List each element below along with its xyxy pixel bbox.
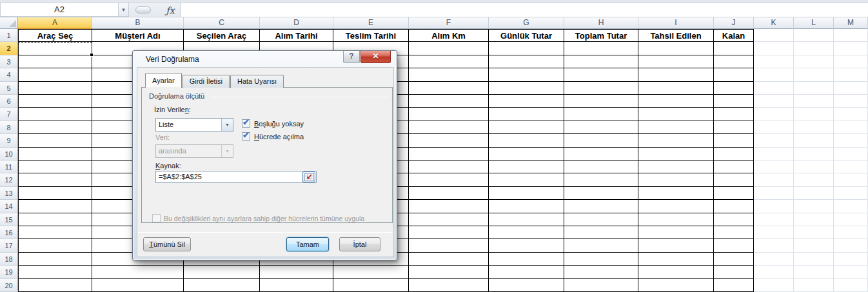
cell-L20[interactable] bbox=[794, 279, 834, 292]
cell-F1[interactable]: Alım Km bbox=[409, 29, 489, 42]
cell-I16[interactable] bbox=[638, 226, 714, 239]
cell-J5[interactable] bbox=[714, 82, 754, 95]
column-header-J[interactable]: J bbox=[714, 17, 754, 29]
row-header-20[interactable]: 20 bbox=[0, 279, 18, 292]
cell-M13[interactable] bbox=[834, 187, 868, 200]
cell-L13[interactable] bbox=[794, 187, 834, 200]
cell-H10[interactable] bbox=[564, 148, 638, 161]
cell-B20[interactable] bbox=[92, 279, 184, 292]
cell-I13[interactable] bbox=[638, 187, 714, 200]
cell-J20[interactable] bbox=[714, 279, 754, 292]
cell-M20[interactable] bbox=[834, 279, 868, 292]
cell-K13[interactable] bbox=[754, 187, 794, 200]
ignore-blank-label[interactable]: Boşluğu yoksay bbox=[254, 120, 304, 128]
insert-function-icon[interactable]: ƒx bbox=[160, 3, 181, 17]
cancel-button[interactable]: İptal bbox=[339, 237, 380, 251]
cell-L3[interactable] bbox=[794, 55, 834, 68]
cell-L18[interactable] bbox=[794, 253, 834, 266]
cell-H8[interactable] bbox=[564, 121, 638, 134]
cell-L10[interactable] bbox=[794, 148, 834, 161]
row-header-1[interactable]: 1 bbox=[0, 29, 18, 42]
cell-G19[interactable] bbox=[489, 266, 564, 278]
cell-A9[interactable] bbox=[18, 134, 92, 147]
help-icon[interactable]: ? bbox=[343, 51, 360, 63]
cell-J18[interactable] bbox=[714, 253, 754, 266]
cell-E1[interactable]: Teslim Tarihi bbox=[333, 29, 409, 42]
cell-F6[interactable] bbox=[409, 95, 489, 108]
name-box-dropdown-icon[interactable]: ▾ bbox=[119, 3, 129, 17]
column-header-B[interactable]: B bbox=[92, 17, 184, 29]
cell-I8[interactable] bbox=[638, 121, 714, 134]
fill-handle[interactable] bbox=[90, 53, 94, 57]
cell-K15[interactable] bbox=[754, 213, 794, 226]
cell-F15[interactable] bbox=[409, 213, 489, 226]
cell-F4[interactable] bbox=[409, 68, 489, 81]
cell-J12[interactable] bbox=[714, 173, 754, 186]
cell-M4[interactable] bbox=[834, 68, 868, 81]
cell-K11[interactable] bbox=[754, 161, 794, 173]
row-header-14[interactable]: 14 bbox=[0, 200, 18, 213]
cell-J19[interactable] bbox=[714, 266, 754, 278]
cell-G8[interactable] bbox=[489, 121, 564, 134]
cell-C20[interactable] bbox=[184, 279, 260, 292]
cell-M12[interactable] bbox=[834, 173, 868, 186]
cell-D20[interactable] bbox=[260, 279, 333, 292]
cell-G15[interactable] bbox=[489, 213, 564, 226]
cell-F19[interactable] bbox=[409, 266, 489, 278]
column-header-I[interactable]: I bbox=[638, 17, 714, 29]
cell-F14[interactable] bbox=[409, 200, 489, 213]
cell-I2[interactable] bbox=[638, 42, 714, 55]
cell-G11[interactable] bbox=[489, 161, 564, 173]
cell-M9[interactable] bbox=[834, 134, 868, 147]
cell-H7[interactable] bbox=[564, 108, 638, 121]
cell-J4[interactable] bbox=[714, 68, 754, 81]
cell-L14[interactable] bbox=[794, 200, 834, 213]
cell-L12[interactable] bbox=[794, 173, 834, 186]
cell-G6[interactable] bbox=[489, 95, 564, 108]
row-header-7[interactable]: 7 bbox=[0, 108, 18, 121]
cell-L19[interactable] bbox=[794, 266, 834, 278]
cell-I7[interactable] bbox=[638, 108, 714, 121]
row-header-9[interactable]: 9 bbox=[0, 134, 18, 147]
in-cell-dropdown-label[interactable]: Hücrede açılma bbox=[254, 133, 304, 141]
cell-I4[interactable] bbox=[638, 68, 714, 81]
cell-M7[interactable] bbox=[834, 108, 868, 121]
cell-H19[interactable] bbox=[564, 266, 638, 278]
column-header-M[interactable]: M bbox=[834, 17, 868, 29]
column-header-L[interactable]: L bbox=[794, 17, 834, 29]
cell-J6[interactable] bbox=[714, 95, 754, 108]
cell-H14[interactable] bbox=[564, 200, 638, 213]
row-header-6[interactable]: 6 bbox=[0, 95, 18, 108]
cell-M8[interactable] bbox=[834, 121, 868, 134]
formula-bar-splitter[interactable] bbox=[129, 3, 160, 17]
cell-H18[interactable] bbox=[564, 253, 638, 266]
allow-combobox[interactable]: Liste ▼ bbox=[155, 118, 233, 131]
cell-I14[interactable] bbox=[638, 200, 714, 213]
ok-button[interactable]: Tamam bbox=[286, 237, 329, 251]
cell-G4[interactable] bbox=[489, 68, 564, 81]
cell-G5[interactable] bbox=[489, 82, 564, 95]
cell-C1[interactable]: Seçilen Araç bbox=[184, 29, 260, 42]
cell-I12[interactable] bbox=[638, 173, 714, 186]
cell-H2[interactable] bbox=[564, 42, 638, 55]
row-header-4[interactable]: 4 bbox=[0, 68, 18, 81]
cell-A14[interactable] bbox=[18, 200, 92, 213]
cell-A1[interactable]: Araç Seç bbox=[18, 29, 92, 42]
column-header-C[interactable]: C bbox=[184, 17, 260, 29]
cell-M14[interactable] bbox=[834, 200, 868, 213]
cell-K12[interactable] bbox=[754, 173, 794, 186]
cell-G2[interactable] bbox=[489, 42, 564, 55]
cell-B1[interactable]: Müşteri Adı bbox=[92, 29, 184, 42]
cell-M17[interactable] bbox=[834, 239, 868, 252]
row-header-5[interactable]: 5 bbox=[0, 82, 18, 95]
cell-M11[interactable] bbox=[834, 161, 868, 173]
cell-K18[interactable] bbox=[754, 253, 794, 266]
cell-B19[interactable] bbox=[92, 266, 184, 278]
cell-E19[interactable] bbox=[333, 266, 409, 278]
tab-input-message[interactable]: Girdi İletisi bbox=[182, 75, 230, 88]
cell-A4[interactable] bbox=[18, 68, 92, 81]
column-header-H[interactable]: H bbox=[564, 17, 638, 29]
cell-D1[interactable]: Alım Tarihi bbox=[260, 29, 333, 42]
in-cell-dropdown-checkbox[interactable]: ✔ bbox=[242, 132, 250, 141]
cell-M2[interactable] bbox=[834, 42, 868, 55]
